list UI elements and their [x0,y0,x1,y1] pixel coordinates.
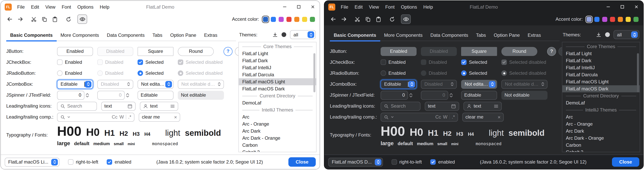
whole-words-button[interactable]: W [120,114,124,120]
theme-combobox[interactable]: FlatLaf macOS Li... [5,157,60,166]
chevron-down-icon[interactable] [67,115,70,119]
not-editable-combobox[interactable]: Not editable [138,80,174,89]
combo-arrows-icon[interactable] [375,159,382,165]
theme-item[interactable]: Arc - Orange [562,120,640,127]
theme-item[interactable]: Arc [239,113,316,120]
combo-arrows-icon[interactable] [165,81,172,87]
menu-file[interactable]: File [14,4,28,10]
editable-combobox[interactable]: Editable [380,80,416,89]
radio-selected[interactable] [461,70,466,76]
tab-extras[interactable]: Extras [524,30,545,42]
chevron-down-icon[interactable] [391,115,394,119]
menu-options[interactable]: Options [398,4,420,10]
accent-swatch-magenta[interactable] [602,17,607,22]
maximize-button[interactable] [615,1,629,13]
tab-option-pane[interactable]: Option Pane [166,30,200,42]
copy-button[interactable] [40,15,49,24]
titlebar[interactable]: FL File Edit View Font Options Help Flat… [1,1,320,13]
clearable-field[interactable]: clear me × [139,112,180,121]
combo-arrows-icon[interactable] [51,159,58,165]
combo-arrows-icon[interactable] [408,81,415,87]
enabled-checkbox[interactable]: enabled [430,159,455,165]
whole-words-button[interactable]: W [443,114,448,120]
round-button[interactable]: Round [178,47,214,56]
theme-item[interactable]: FlatLaf Light [239,50,316,57]
menu-font[interactable]: Font [382,4,398,10]
search-field[interactable]: Search [380,102,420,110]
tab-basic-components[interactable]: Basic Components [6,30,56,42]
theme-item-selected[interactable]: FlatLaf macOS Light [239,78,316,85]
menu-help[interactable]: Help [96,4,112,10]
theme-item[interactable]: FlatLaf Dark [562,57,640,64]
not-editable-combobox[interactable]: Not editable [461,80,497,89]
theme-item[interactable]: Arc Dark - Orange [562,135,640,142]
enabled-checkbox[interactable]: enabled [107,159,131,165]
maximize-button[interactable] [292,1,306,13]
spinner-value[interactable]: 0 [380,91,408,100]
spinner[interactable]: 0 [380,91,416,100]
menu-edit[interactable]: Edit [28,4,42,10]
menu-file[interactable]: File [338,4,352,10]
match-case-button[interactable]: Cc [112,114,118,120]
combo-arrows-icon[interactable] [489,81,496,87]
theme-item[interactable]: Arc Dark - Orange [239,135,316,142]
enabled-button[interactable]: Enabled [380,47,416,56]
menu-view[interactable]: View [366,4,382,10]
accent-swatch-green[interactable] [634,17,638,22]
theme-item[interactable]: FlatLaf Darcula [239,71,316,78]
square-button[interactable]: Square [461,47,497,56]
round-button[interactable]: Round [501,47,537,56]
combo-arrows-icon[interactable] [85,81,92,87]
close-window-button[interactable] [306,1,320,13]
accent-swatch-magenta[interactable] [278,17,284,22]
accent-swatch-red[interactable] [610,17,615,22]
square-button[interactable]: Square [138,47,174,56]
clear-icon[interactable]: × [174,114,177,120]
theme-combobox[interactable]: FlatLaf macOS D... [328,157,383,166]
themes-list[interactable]: Core Themes FlatLaf Light FlatLaf Dark F… [562,42,640,152]
tab-tabs[interactable]: Tabs [148,30,166,42]
theme-item[interactable]: Carbon [239,142,316,149]
show-hidden-toggle[interactable] [77,15,87,24]
search-with-options-field[interactable]: Cc W .* [380,112,458,121]
date-field[interactable]: text [101,102,136,110]
editable-textfield[interactable]: Editable [461,91,497,100]
theme-item[interactable]: Arc Dark [562,127,640,135]
regex-button[interactable]: .* [128,114,131,120]
scrollbar-thumb[interactable] [637,53,639,92]
tab-option-pane[interactable]: Option Pane [490,30,524,42]
close-button[interactable]: Close [288,157,316,167]
tab-extras[interactable]: Extras [200,30,221,42]
accent-swatch-default[interactable] [263,17,268,22]
cut-button[interactable] [29,15,39,24]
accent-swatch-green[interactable] [310,17,315,22]
menu-font[interactable]: Font [58,4,74,10]
themes-filter-combobox[interactable]: all [614,30,639,39]
menu-options[interactable]: Options [74,4,97,10]
theme-item[interactable]: DemoLaf [239,99,316,106]
radio-selected[interactable] [138,70,143,76]
close-window-button[interactable] [629,1,643,13]
menu-edit[interactable]: Edit [352,4,366,10]
theme-item[interactable]: Cobalt 2 [239,149,316,152]
list-icon[interactable] [170,103,175,109]
paste-button[interactable] [374,15,383,24]
checkbox-enabled[interactable] [57,60,62,65]
search-field[interactable]: Search [57,102,97,110]
theme-item[interactable]: Arc Dark [239,127,316,135]
accent-swatch-orange[interactable] [294,17,299,22]
checkbox-selected[interactable] [138,60,143,65]
back-button[interactable] [328,15,338,24]
search-with-options-field[interactable]: Cc W .* [57,112,134,121]
titlebar[interactable]: FL File Edit View Font Options Help Flat… [324,1,643,13]
right-to-left-checkbox[interactable]: right-to-left [68,159,98,165]
forward-button[interactable] [15,15,25,24]
minimize-button[interactable] [278,1,292,13]
theme-item[interactable]: FlatLaf IntelliJ [239,64,316,71]
checkbox-enabled[interactable] [380,60,386,65]
theme-item-selected[interactable]: FlatLaf macOS Dark [562,85,640,92]
minimize-button[interactable] [601,1,615,13]
theme-item[interactable]: DemoLaf [562,99,640,106]
scrollbar-thumb[interactable] [314,53,315,92]
clearable-field[interactable]: clear me × [462,112,504,121]
